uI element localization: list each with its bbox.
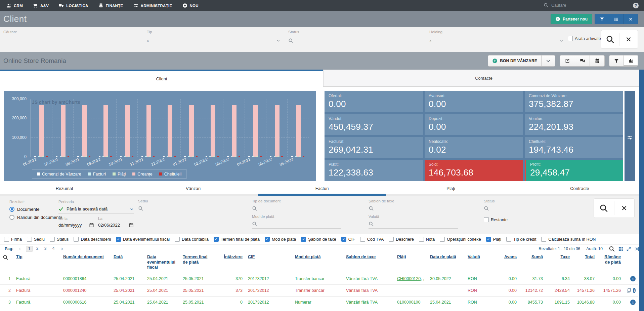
col-header-link[interactable]: Valută (468, 255, 480, 259)
column-toggle[interactable]: ✓Calculează suma în RON (541, 237, 596, 242)
page-number[interactable]: 2 (34, 246, 41, 252)
legend-item[interactable]: Cheltuieli (159, 172, 181, 177)
column-toggle[interactable]: ✓Sediu (27, 237, 45, 242)
column-toggle[interactable]: ✓Notă (419, 237, 435, 242)
column-toggle[interactable]: ✓Tip de credit (506, 237, 536, 242)
col-header-link[interactable]: Data de plată (430, 255, 456, 259)
result-option[interactable]: Rânduri din documente (9, 215, 62, 220)
doc-filter-button[interactable] (609, 55, 624, 66)
expand-icon[interactable] (626, 246, 631, 251)
date-from-input[interactable]: dd/mm/yyyy (58, 223, 94, 229)
column-toggle[interactable]: ✓Plăți (486, 237, 501, 242)
legend-item[interactable]: Facturi (88, 172, 106, 177)
field-input[interactable]: x (147, 36, 281, 45)
calendar-icon[interactable] (129, 223, 134, 228)
field-input[interactable] (288, 36, 422, 45)
legend-item[interactable]: Plăți (113, 172, 126, 177)
date-to-input[interactable]: 02/06/2022 (98, 223, 134, 229)
col-header-link[interactable]: Avans (504, 255, 517, 259)
column-toggle[interactable]: ✓Status (50, 237, 69, 242)
table-row[interactable]: 2Factură000000124025.04.202125.04.202125… (0, 284, 638, 296)
page-number[interactable]: 4 (50, 246, 57, 252)
page-number[interactable]: 1 (26, 246, 33, 252)
nav-item-crm[interactable]: CRM (1, 0, 28, 11)
col-header-link[interactable]: Data evenimentului fiscal (147, 255, 175, 270)
nav-item-logistica[interactable]: LOGISTICĂ (54, 0, 93, 11)
result-option[interactable]: Documente (9, 207, 62, 212)
col-header-link[interactable]: Întârziere (224, 255, 243, 259)
show-archived-checkbox[interactable]: ✓ (568, 36, 573, 41)
chart-settings-icon[interactable] (627, 94, 633, 181)
table-row[interactable]: 1Factură000000186425.04.202125.04.202125… (0, 273, 638, 284)
calendar-icon[interactable] (89, 223, 94, 228)
tab-contacte[interactable]: Contacte (323, 70, 644, 87)
subtab-rezumat[interactable]: Rezumat (0, 183, 129, 196)
field-input[interactable] (369, 221, 458, 229)
field-input[interactable] (3, 36, 116, 45)
global-search[interactable] (543, 2, 607, 9)
list-view-button[interactable] (609, 14, 624, 24)
payment-link[interactable]: CHI0000120 (397, 276, 421, 281)
col-header-link[interactable]: Termen final de plată (183, 255, 207, 265)
col-header-link[interactable]: Sumă (531, 255, 543, 259)
column-toggle[interactable]: ✓Firma (4, 237, 22, 242)
field-input[interactable] (138, 206, 230, 213)
help-button[interactable]: ? (633, 3, 639, 8)
columns-grid-icon[interactable] (618, 246, 623, 251)
global-search-input[interactable] (551, 3, 602, 8)
sale-receipt-dropdown[interactable] (541, 55, 555, 66)
col-header-link[interactable]: Mod de plată (295, 255, 320, 259)
excel-export-icon[interactable] (634, 246, 639, 251)
column-toggle[interactable]: ✓Data deschiderii (74, 237, 111, 242)
calendar-button[interactable] (590, 55, 604, 66)
nav-item-av[interactable]: A&V (28, 0, 54, 11)
column-toggle[interactable]: ✓Descriere (389, 237, 414, 242)
col-header-link[interactable]: Taxe (560, 255, 570, 259)
nav-item-finante[interactable]: FINANȚE (93, 0, 128, 11)
info-icon[interactable]: i (630, 276, 636, 281)
copy-icon[interactable] (626, 288, 631, 293)
overdue-toggle[interactable]: ✓ Restante (484, 217, 508, 222)
sale-receipt-button[interactable]: BON DE VÂNZARE (488, 55, 541, 66)
prev-page-icon[interactable] (18, 247, 22, 251)
payment-link[interactable]: 0100000100 (397, 300, 421, 305)
comments-button[interactable] (575, 55, 590, 66)
edit-note-button[interactable] (560, 55, 575, 66)
col-header-link[interactable]: Rămâne de plată (604, 255, 621, 265)
tab-client[interactable]: Client (0, 70, 323, 87)
column-toggle[interactable]: ✓Termen final de plată (214, 237, 260, 242)
filter-button[interactable] (595, 14, 609, 24)
field-input[interactable] (484, 206, 546, 213)
clear-doc-filter-button[interactable] (614, 201, 635, 215)
column-toggle[interactable]: ✓Mod de plată (265, 237, 296, 242)
field-input[interactable] (369, 206, 458, 213)
subtab-contracte[interactable]: Contracte (515, 183, 644, 196)
table-row[interactable]: 3Factură000000061625.04.202125.04.202125… (0, 296, 638, 308)
page-number[interactable]: 3 (42, 246, 49, 252)
table-search-icon[interactable] (609, 246, 615, 252)
column-toggle[interactable]: ✓Data evenimentului fiscal (116, 237, 170, 242)
column-toggle[interactable]: ✓Șablon de taxe (301, 237, 336, 242)
column-toggle[interactable]: ✓Cod TVA (360, 237, 384, 242)
field-input[interactable] (252, 221, 341, 229)
new-partner-button[interactable]: Partener nou (551, 14, 592, 24)
col-header-link[interactable]: Număr de document (63, 255, 104, 259)
right-scroll-edge[interactable] (639, 70, 644, 311)
column-toggle[interactable]: ✓CIF (341, 237, 355, 242)
nav-item-nou[interactable]: NOU (177, 0, 204, 11)
col-header-link[interactable]: Plăți (397, 255, 406, 259)
legend-item[interactable]: Comenzi de Vânzare (37, 172, 81, 177)
close-panel-button[interactable] (624, 14, 638, 24)
row-search-icon[interactable] (3, 255, 8, 260)
column-toggle[interactable]: ✓Operațiuni conexe (440, 237, 481, 242)
info-icon[interactable]: i (630, 300, 636, 305)
table-row[interactable]: 4Factură000000181226.03.202126.03.202125… (0, 308, 638, 311)
column-toggle[interactable]: ✓Data contabilă (175, 237, 209, 242)
col-header-link[interactable]: Total (585, 255, 595, 259)
subtab-vânzări[interactable]: Vânzări (129, 183, 257, 196)
nav-item-administratie[interactable]: ADMINISTRAȚIE (128, 0, 177, 11)
info-icon[interactable]: i (633, 288, 636, 293)
chart-view-button[interactable] (624, 55, 638, 66)
clear-search-button[interactable] (619, 33, 638, 46)
col-header-link[interactable]: Tip (16, 255, 23, 259)
